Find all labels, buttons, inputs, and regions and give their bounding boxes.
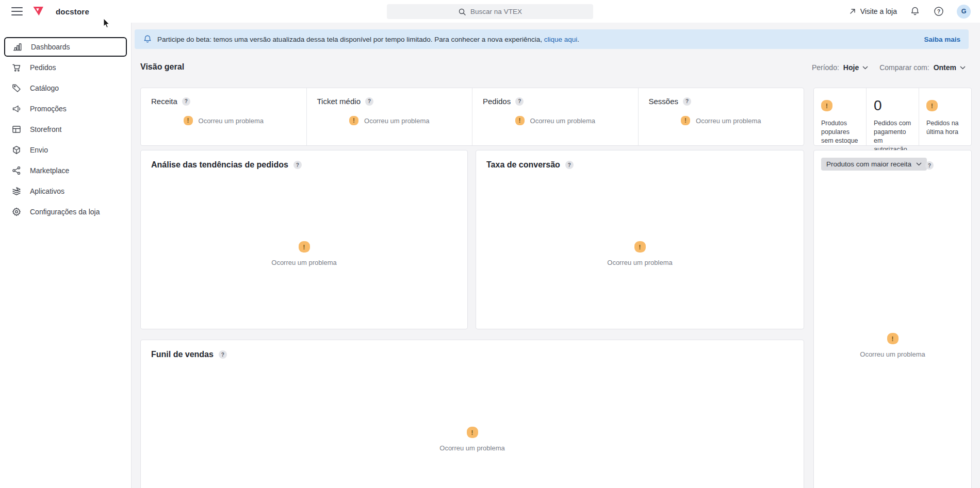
metric-pedidos: Pedidos ? ! Ocorreu um problema: [472, 88, 638, 145]
arrow-up-right-icon: [849, 8, 856, 15]
chart-title: Análise das tendências de pedidos: [151, 160, 288, 170]
topbar: docstore Buscar na VTEX Visite a loja ? …: [0, 0, 980, 23]
banner-click-here-link[interactable]: clique aqui: [544, 36, 578, 43]
package-icon: [11, 145, 22, 155]
warning-icon: !: [887, 333, 899, 344]
storefront-icon: [11, 124, 22, 134]
visit-store-label: Visite a loja: [860, 7, 897, 15]
help-icon[interactable]: ?: [293, 161, 302, 169]
search-input[interactable]: Buscar na VTEX: [387, 4, 593, 19]
stat-label: Produtos populares sem estoque: [821, 119, 860, 145]
chevron-down-icon: [916, 162, 922, 166]
user-avatar[interactable]: G: [957, 5, 971, 19]
chart-error-state: ! Ocorreu um problema: [476, 241, 804, 266]
compare-select[interactable]: Ontem: [934, 63, 966, 72]
sidebar-item-envio[interactable]: Envio: [4, 140, 127, 160]
sidebar-item-dashboards[interactable]: Dashboards: [4, 37, 127, 57]
period-value: Hoje: [843, 63, 859, 72]
error-message: Ocorreu um problema: [439, 444, 504, 452]
sidebar-item-label: Dashboards: [31, 43, 70, 51]
warning-icon: !: [821, 100, 832, 111]
help-icon[interactable]: ?: [365, 97, 373, 106]
chart-error-state: ! Ocorreu um problema: [814, 333, 971, 358]
svg-text:?: ?: [937, 9, 940, 14]
stat-pedidos-ultima-hora[interactable]: ! Pedidos na última hora: [919, 88, 971, 145]
tag-icon: [11, 83, 22, 93]
page-title: Visão geral: [140, 62, 184, 72]
top-products-card: Produtos com maior receita ? ! Ocorreu u…: [813, 150, 972, 488]
top-products-select-value: Produtos com maior receita: [826, 160, 911, 168]
banner-learn-more-link[interactable]: Saiba mais: [924, 36, 960, 43]
chart-error-state: ! Ocorreu um problema: [141, 241, 467, 266]
vtex-logo-icon[interactable]: [32, 5, 45, 18]
help-icon[interactable]: ?: [683, 97, 691, 106]
period-controls: Período: Hoje Comparar com: Ontem: [812, 63, 966, 72]
help-icon[interactable]: ?: [925, 161, 934, 170]
warning-icon: !: [926, 100, 938, 111]
share-icon: [11, 165, 22, 176]
compare-label: Comparar com:: [879, 63, 929, 72]
error-message: Ocorreu um problema: [530, 117, 595, 125]
warning-icon: !: [467, 427, 478, 438]
error-message: Ocorreu um problema: [607, 259, 672, 266]
sidebar-item-pedidos[interactable]: Pedidos: [4, 58, 127, 77]
error-message: Ocorreu um problema: [364, 117, 429, 125]
search-placeholder: Buscar na VTEX: [470, 8, 522, 15]
beta-banner: Participe do beta: temos uma versão atua…: [135, 29, 969, 49]
stat-produtos-sem-estoque[interactable]: ! Produtos populares sem estoque: [814, 88, 866, 145]
visit-store-link[interactable]: Visite a loja: [849, 7, 897, 15]
chart-error-state: ! Ocorreu um problema: [141, 427, 804, 452]
sidebar-item-promocoes[interactable]: Promoções: [4, 99, 127, 119]
sidebar-item-label: Aplicativos: [30, 187, 64, 195]
error-message: Ocorreu um problema: [199, 117, 264, 125]
metric-title: Receita: [151, 97, 177, 106]
stat-label: Pedidos na última hora: [926, 119, 965, 137]
sidebar-item-aplicativos[interactable]: Aplicativos: [4, 181, 127, 201]
stat-pedidos-autorizacao[interactable]: 0 Pedidos com pagamento em autorização: [866, 88, 919, 145]
cart-icon: [11, 62, 22, 73]
store-name: docstore: [56, 7, 89, 16]
sidebar-item-label: Catálogo: [30, 84, 59, 92]
hamburger-menu-icon[interactable]: [11, 7, 23, 15]
warning-icon: !: [681, 116, 690, 125]
help-icon[interactable]: ?: [565, 161, 574, 169]
chart-title: Taxa de conversão: [486, 160, 560, 170]
sidebar-item-label: Pedidos: [30, 63, 56, 72]
sales-funnel-card: Funil de vendas ? ! Ocorreu um problema: [140, 340, 804, 488]
error-message: Ocorreu um problema: [860, 350, 925, 358]
error-message: Ocorreu um problema: [271, 259, 336, 266]
sidebar-item-storefront[interactable]: Storefront: [4, 120, 127, 139]
help-icon[interactable]: ?: [219, 350, 227, 359]
sidebar-item-label: Envio: [30, 146, 48, 154]
sidebar-item-marketplace[interactable]: Marketplace: [4, 161, 127, 180]
chevron-down-icon: [862, 66, 868, 70]
metric-title: Sessões: [649, 97, 679, 106]
metric-title: Pedidos: [483, 97, 511, 106]
bell-icon: [143, 35, 152, 44]
warning-icon: !: [184, 116, 193, 125]
megaphone-icon: [11, 104, 22, 114]
sidebar: Dashboards Pedidos Catálogo Promoçõ: [0, 23, 132, 488]
metric-title: Ticket médio: [317, 97, 361, 106]
question-circle-icon: ?: [934, 6, 944, 16]
period-label: Período:: [812, 63, 839, 72]
period-select[interactable]: Hoje: [843, 63, 868, 72]
sidebar-item-catalogo[interactable]: Catálogo: [4, 78, 127, 98]
metrics-card: Receita ? ! Ocorreu um problema Ticket m…: [140, 88, 804, 146]
conversion-rate-card: Taxa de conversão ? ! Ocorreu um problem…: [476, 150, 804, 329]
banner-message-prefix: Participe do beta: temos uma versão atua…: [157, 36, 544, 43]
banner-message-suffix: .: [577, 36, 579, 43]
sidebar-item-label: Storefront: [30, 125, 61, 133]
sidebar-item-configuracoes[interactable]: Configurações da loja: [4, 202, 127, 222]
top-products-select[interactable]: Produtos com maior receita: [821, 158, 927, 171]
layers-icon: [11, 186, 22, 196]
help-icon[interactable]: ?: [182, 97, 190, 106]
quick-stats-card: ! Produtos populares sem estoque 0 Pedid…: [813, 88, 972, 146]
search-icon: [458, 8, 466, 16]
notifications-button[interactable]: [909, 6, 921, 17]
help-icon[interactable]: ?: [515, 97, 524, 106]
gear-icon: [11, 207, 22, 217]
metric-sessoes: Sessões ? ! Ocorreu um problema: [638, 88, 804, 145]
warning-icon: !: [634, 241, 646, 253]
help-button[interactable]: ?: [933, 6, 944, 17]
